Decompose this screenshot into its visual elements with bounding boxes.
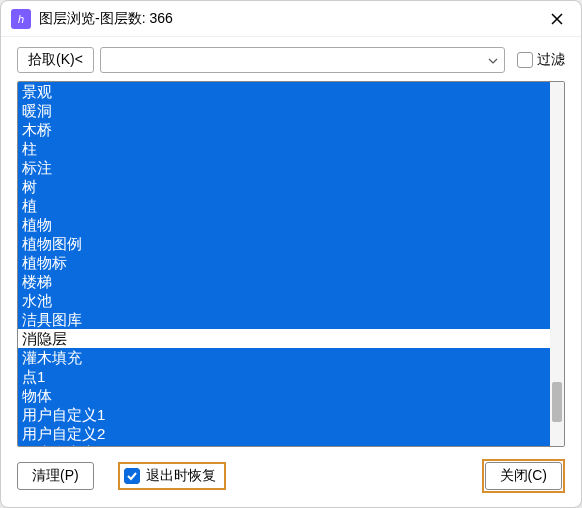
titlebar: h 图层浏览-图层数: 366 <box>1 1 581 37</box>
list-item[interactable]: 用户自定义1 <box>18 405 550 424</box>
list-item[interactable]: 物体 <box>18 386 550 405</box>
list-item[interactable]: 点1 <box>18 367 550 386</box>
list-item[interactable]: 标注 <box>18 158 550 177</box>
list-item[interactable]: 植物图例 <box>18 234 550 253</box>
restore-on-exit-wrap[interactable]: 退出时恢复 <box>118 462 226 490</box>
list-item[interactable]: 灌木填充 <box>18 348 550 367</box>
filter-label: 过滤 <box>537 51 565 69</box>
filter-checkbox[interactable] <box>517 52 533 68</box>
layer-listbox[interactable]: 景观暖洞木桥柱标注树植植物植物图例植物标楼梯水池洁具图库消隐层灌木填充点1物体用… <box>17 81 565 447</box>
clear-button[interactable]: 清理(P) <box>17 462 94 490</box>
list-item[interactable]: 柱 <box>18 139 550 158</box>
list-item[interactable]: 植物 <box>18 215 550 234</box>
restore-label: 退出时恢复 <box>146 467 216 485</box>
pick-button[interactable]: 拾取(K)< <box>17 47 94 73</box>
list-item[interactable]: 木桥 <box>18 120 550 139</box>
list-item[interactable]: 水池 <box>18 291 550 310</box>
close-button[interactable]: 关闭(C) <box>485 462 562 490</box>
list-item[interactable]: 暖洞 <box>18 101 550 120</box>
scrollbar-thumb[interactable] <box>552 382 562 422</box>
list-item[interactable]: 植物标 <box>18 253 550 272</box>
list-item[interactable]: 植 <box>18 196 550 215</box>
restore-checkbox[interactable] <box>124 468 140 484</box>
list-item[interactable]: 景观 <box>18 82 550 101</box>
dialog-window: h 图层浏览-图层数: 366 拾取(K)< 过滤 景观暖洞木桥柱标注树植植物植… <box>0 0 582 508</box>
layer-combobox[interactable] <box>100 47 505 73</box>
chevron-down-icon <box>488 55 498 66</box>
window-title: 图层浏览-图层数: 366 <box>39 10 543 28</box>
footer: 清理(P) 退出时恢复 关闭(C) <box>1 447 581 507</box>
filter-checkbox-wrap[interactable]: 过滤 <box>517 51 565 69</box>
list-item[interactable]: 楼梯 <box>18 272 550 291</box>
scrollbar[interactable] <box>550 82 564 446</box>
list-item[interactable]: 用户自定义2 <box>18 424 550 443</box>
list-item[interactable]: 用户自定义3 <box>18 443 550 446</box>
list-item[interactable]: 消隐层 <box>18 329 550 348</box>
app-icon: h <box>11 9 31 29</box>
list-item[interactable]: 树 <box>18 177 550 196</box>
toolbar: 拾取(K)< 过滤 <box>1 37 581 81</box>
close-button-highlight: 关闭(C) <box>482 459 565 493</box>
close-icon[interactable] <box>543 5 571 33</box>
list-item[interactable]: 洁具图库 <box>18 310 550 329</box>
